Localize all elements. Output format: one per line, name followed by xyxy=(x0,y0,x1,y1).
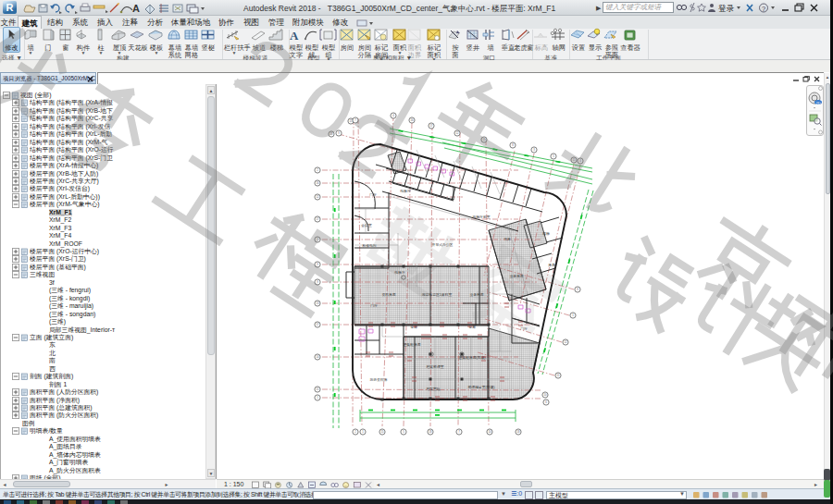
svg-text:电梯厅: 电梯厅 xyxy=(394,270,405,275)
svg-text:门厅: 门厅 xyxy=(520,326,528,331)
svg-text:库房: 库房 xyxy=(548,263,555,267)
svg-text:A: A xyxy=(132,3,140,14)
svg-text:走廊: 走廊 xyxy=(410,325,417,329)
svg-text:15: 15 xyxy=(380,430,384,434)
svg-text:阅览预览区1資料室: 阅览预览区1資料室 xyxy=(422,292,453,297)
svg-text:12: 12 xyxy=(564,340,567,344)
svg-text:12: 12 xyxy=(455,131,459,135)
svg-text:门厅: 门厅 xyxy=(369,192,377,197)
svg-text:11: 11 xyxy=(573,158,576,162)
svg-text:18: 18 xyxy=(516,430,520,434)
svg-text:电梯厅前室: 电梯厅前室 xyxy=(473,215,491,219)
svg-text:11: 11 xyxy=(350,119,353,123)
svg-text:会议室: 会议室 xyxy=(361,223,372,227)
svg-text:档案整理室: 档案整理室 xyxy=(427,364,444,369)
svg-text:电梯厅: 电梯厅 xyxy=(400,189,411,193)
svg-text:历史资料库: 历史资料库 xyxy=(370,377,388,382)
svg-text:业务库房: 业务库房 xyxy=(509,274,523,278)
svg-text:门厅: 门厅 xyxy=(370,303,378,308)
svg-text:A: A xyxy=(290,29,299,41)
svg-text:13: 13 xyxy=(316,301,319,305)
svg-text:走廊: 走廊 xyxy=(468,325,476,329)
svg-text:2D: 2D xyxy=(816,101,821,105)
svg-text:11: 11 xyxy=(317,387,319,391)
svg-text:楼梯: 楼梯 xyxy=(542,231,550,236)
svg-text:业务用房: 业务用房 xyxy=(469,292,483,297)
svg-text:密集柜库房: 密集柜库房 xyxy=(404,342,421,347)
svg-text:17: 17 xyxy=(316,217,319,221)
svg-text:密集柜库房(暂缓): 密集柜库房(暂缓) xyxy=(458,355,486,360)
svg-text:资料库房: 资料库房 xyxy=(381,292,395,297)
svg-text:整理编目室(暂缓): 整理编目室(暂缓) xyxy=(467,385,495,389)
svg-text:登录: 登录 xyxy=(718,4,735,13)
svg-text:10: 10 xyxy=(543,393,547,397)
svg-text:16: 16 xyxy=(410,118,414,122)
svg-text:11: 11 xyxy=(557,374,560,377)
svg-text:17: 17 xyxy=(316,323,319,326)
svg-text:14: 14 xyxy=(316,355,319,359)
svg-text:12: 12 xyxy=(316,195,319,199)
svg-text:11: 11 xyxy=(330,132,333,136)
svg-text:档案室组: 档案室组 xyxy=(426,387,440,391)
svg-text:?: ? xyxy=(762,5,765,13)
svg-text:开放式办公区: 开放式办公区 xyxy=(432,242,454,247)
svg-text:检修电间: 检修电间 xyxy=(361,243,376,248)
svg-text:10: 10 xyxy=(488,430,491,434)
svg-text:书库: 书库 xyxy=(504,237,511,241)
svg-text:16: 16 xyxy=(316,181,319,185)
svg-text:13: 13 xyxy=(482,138,486,141)
svg-text:17: 17 xyxy=(429,124,433,128)
svg-text:18: 18 xyxy=(429,430,432,434)
